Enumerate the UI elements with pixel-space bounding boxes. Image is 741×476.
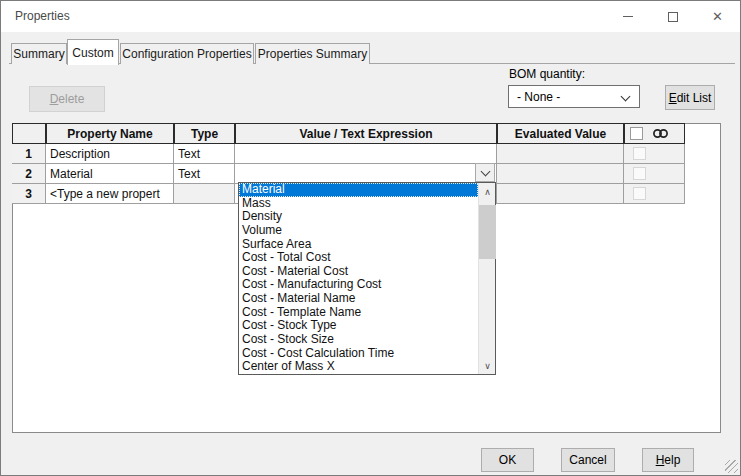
bom-quantity-select[interactable]: - None - [508,85,640,108]
delete-button[interactable]: Delete [29,86,105,112]
bom-quantity-label: BOM quantity: [509,67,585,81]
scroll-up-icon[interactable]: ∧ [479,183,496,200]
dropdown-scrollbar[interactable]: ∧ ∨ [478,183,495,374]
row-3-evaluated-value [497,184,624,204]
row-1-type[interactable]: Text [174,144,235,164]
scrollbar-thumb[interactable] [479,205,496,259]
row-2-evaluated-value [497,164,624,184]
column-header-evaluated-value: Evaluated Value [497,123,624,144]
combo-option-volume[interactable]: Volume [239,224,478,238]
row-3-link-cell [624,184,685,204]
help-button-label: Help [656,453,681,467]
combo-option-surface-area[interactable]: Surface Area [239,238,478,252]
combo-option-cost-manufacturing[interactable]: Cost - Manufacturing Cost [239,278,478,292]
row-1-number[interactable]: 1 [12,144,46,164]
value-dropdown-button[interactable] [475,163,495,182]
minimize-button[interactable] [605,1,650,32]
column-header-link [624,123,685,144]
cancel-button[interactable]: Cancel [561,448,615,472]
column-header-type: Type [174,123,235,144]
column-header-property-name: Property Name [46,123,174,144]
window-title: Properties [15,9,70,23]
combo-option-cost-calc-time[interactable]: Cost - Cost Calculation Time [239,347,478,361]
help-button[interactable]: Help [642,448,694,472]
maximize-button[interactable] [650,1,695,32]
chevron-down-icon [621,92,631,102]
row-2-number[interactable]: 2 [12,164,46,184]
combo-option-cost-template-name[interactable]: Cost - Template Name [239,306,478,320]
close-button[interactable]: ✕ [695,1,740,32]
ok-button[interactable]: OK [481,448,534,472]
edit-list-button[interactable]: Edit List [665,85,715,110]
tab-summary[interactable]: Summary [11,43,67,64]
row-3-property-name[interactable]: <Type a new propert [46,184,174,204]
titlebar: Properties ✕ [1,1,740,32]
properties-dialog: Properties ✕ Summary Custom Configuratio… [0,0,741,476]
column-header-rownum [12,123,46,144]
edit-list-button-label: Edit List [669,91,712,105]
combo-option-density[interactable]: Density [239,210,478,224]
tab-custom[interactable]: Custom [67,39,119,65]
row-2-value[interactable] [235,164,497,184]
column-header-value-expression: Value / Text Expression [235,123,497,144]
row-1-value[interactable] [235,144,497,164]
combo-option-cost-stock-type[interactable]: Cost - Stock Type [239,319,478,333]
row-1-evaluated-value [497,144,624,164]
combo-option-mass[interactable]: Mass [239,197,478,211]
tab-configuration-properties[interactable]: Configuration Properties [120,43,254,64]
row-2-link-checkbox[interactable] [633,167,646,180]
tab-properties-summary[interactable]: Properties Summary [255,43,370,64]
combo-option-cost-material[interactable]: Cost - Material Cost [239,265,478,279]
combo-option-cost-stock-size[interactable]: Cost - Stock Size [239,333,478,347]
row-2-link-cell [624,164,685,184]
combo-option-center-of-mass-x[interactable]: Center of Mass X [239,360,478,374]
chain-link-icon [652,128,669,139]
row-1-link-checkbox[interactable] [633,147,646,160]
value-dropdown-list: Material Mass Density Volume Surface Are… [238,182,496,375]
row-3-type[interactable] [174,184,235,204]
row-2-type[interactable]: Text [174,164,235,184]
row-1-property-name[interactable]: Description [46,144,174,164]
close-icon: ✕ [712,10,723,23]
combo-option-cost-total[interactable]: Cost - Total Cost [239,251,478,265]
resize-grip[interactable] [725,460,738,473]
scroll-down-icon[interactable]: ∨ [479,357,496,374]
combo-option-material[interactable]: Material [239,183,478,197]
delete-button-label: Delete [50,92,85,106]
chevron-down-icon [480,166,490,176]
link-all-checkbox[interactable] [630,127,643,140]
combo-option-cost-material-name[interactable]: Cost - Material Name [239,292,478,306]
minimize-icon [623,16,633,17]
row-1-link-cell [624,144,685,164]
bom-quantity-value: - None - [517,90,560,104]
row-3-number[interactable]: 3 [12,184,46,204]
maximize-icon [668,12,678,22]
row-3-link-checkbox[interactable] [633,187,646,200]
dropdown-options: Material Mass Density Volume Surface Are… [239,183,478,374]
row-2-property-name[interactable]: Material [46,164,174,184]
